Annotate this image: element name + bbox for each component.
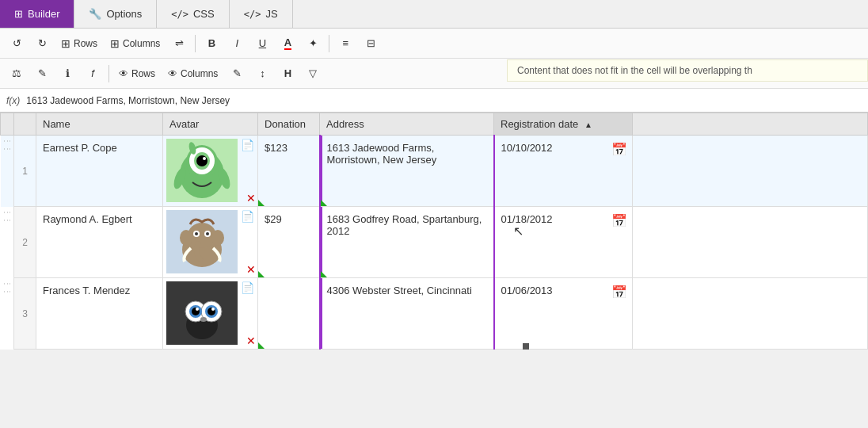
border-button[interactable]: ⊟ <box>359 32 383 55</box>
row-1-address-cell[interactable]: 1613 Jadewood Farms, Morristown, New Jer… <box>320 136 494 207</box>
tab-options-label: Options <box>106 8 142 20</box>
sort-arrow-icon: ▲ <box>584 120 592 129</box>
svg-point-24 <box>196 308 199 311</box>
columns-label: Columns <box>123 38 160 49</box>
row-3-drag-handle[interactable]: ⋮⋮ <box>1 278 14 350</box>
address-col-label: Address <box>326 118 364 130</box>
row-3-date-cell[interactable]: 01/06/2013 📅 <box>494 278 633 350</box>
row-2-addr-green-corner <box>321 271 327 277</box>
func-button[interactable]: f <box>81 63 105 85</box>
row-2-date-cell[interactable]: 01/18/2012 📅 <box>494 207 633 278</box>
bold-button[interactable]: B <box>200 32 223 55</box>
tab-js[interactable]: </> JS <box>230 0 293 28</box>
row-2-donation-cell[interactable]: $29 <box>258 207 320 278</box>
row-3-purple-line <box>321 278 322 349</box>
rows2-button[interactable]: 👁 Rows <box>113 63 161 85</box>
edit2-button[interactable]: ✎ <box>225 63 249 85</box>
rows-button[interactable]: ⊞ Rows <box>55 32 103 55</box>
edit-button[interactable]: ✎ <box>30 63 54 85</box>
undo-button[interactable]: ↺ <box>5 32 29 55</box>
row-3-avatar-cell[interactable]: 📄 <box>163 278 258 350</box>
tab-options[interactable]: 🔧 Options <box>74 0 157 28</box>
sort-button[interactable]: ↕ <box>250 63 274 85</box>
highlight-button[interactable]: ✦ <box>301 32 325 55</box>
row-1-donation-cell[interactable]: $123 <box>258 136 320 207</box>
tooltip-text: Content that does not fit in the cell wi… <box>517 65 752 76</box>
row-1-name-cell[interactable]: Earnest P. Cope <box>36 136 163 207</box>
row-3-calendar-icon[interactable]: 📅 <box>611 285 627 300</box>
tab-css[interactable]: </> CSS <box>157 0 229 28</box>
donation-col-label: Donation <box>265 118 306 130</box>
rows-label: Rows <box>74 38 97 49</box>
scale-button[interactable]: ⚖ <box>5 63 29 85</box>
separator-1 <box>195 35 196 52</box>
row-1-address: 1613 Jadewood Farms, Morristown, New Jer… <box>327 142 437 166</box>
columns2-button[interactable]: 👁 Columns <box>162 63 223 85</box>
avatar-col-label: Avatar <box>169 118 199 130</box>
info-button[interactable]: ℹ <box>55 63 79 85</box>
row-3-address: 4306 Webster Street, Cincinnati <box>327 285 472 296</box>
css-code-icon: </> <box>171 9 188 20</box>
header-button[interactable]: H <box>276 63 299 85</box>
filter-button[interactable]: ▽ <box>301 63 325 85</box>
name-col-label: Name <box>43 118 70 130</box>
row-1-avatar-delete[interactable]: ✕ <box>246 192 256 204</box>
row-3-file-icon: 📄 <box>241 281 254 294</box>
italic-button[interactable]: I <box>225 32 249 55</box>
builder-grid-icon: ⊞ <box>14 8 23 20</box>
row-3-address-cell[interactable]: 4306 Webster Street, Cincinnati <box>320 278 494 350</box>
row-2-calendar-icon[interactable]: 📅 <box>611 213 627 228</box>
align-button[interactable]: ≡ <box>333 32 357 55</box>
row-1-avatar-cell[interactable]: 📄 <box>163 136 258 207</box>
name-col-header[interactable]: Name <box>36 113 163 136</box>
table-row: ⋮⋮ 1 Earnest P. Cope 📄 <box>1 136 868 207</box>
row-2-extra-cell <box>633 207 868 278</box>
row-2-green-corner <box>258 271 265 277</box>
address-col-header[interactable]: Address <box>320 113 494 136</box>
row-2-file-icon: 📄 <box>241 210 254 223</box>
reg-date-col-header[interactable]: Registration date ▲ <box>494 113 633 136</box>
svg-point-26 <box>200 317 207 322</box>
row-3-donation-cell[interactable] <box>258 278 320 350</box>
row-3-name: Frances T. Mendez <box>43 285 130 296</box>
formula-label: f(x) <box>6 95 20 106</box>
row-1-date-cell[interactable]: 10/10/2012 📅 <box>494 136 633 207</box>
row-3-avatar-img <box>166 281 238 345</box>
font-color-button[interactable]: A <box>276 32 299 55</box>
row-1-purple-line <box>321 136 322 206</box>
row-2-date: 01/18/2012 <box>501 213 553 225</box>
columns2-label: Columns <box>181 68 218 79</box>
svg-point-15 <box>180 230 192 246</box>
column-resize-indicator[interactable] <box>523 343 529 350</box>
table-container: Name Avatar Donation Address Registratio… <box>0 113 868 350</box>
columns-button[interactable]: ⊞ Columns <box>105 32 166 55</box>
row-1-calendar-icon[interactable]: 📅 <box>611 142 627 157</box>
tab-builder[interactable]: ⊞ Builder <box>0 0 74 28</box>
num-col-header <box>14 113 36 136</box>
table-row: ⋮⋮ 3 Frances T. Mendez 📄 <box>1 278 868 350</box>
row-1-drag-handle[interactable]: ⋮⋮ <box>1 136 14 207</box>
avatar-col-header[interactable]: Avatar <box>163 113 258 136</box>
row-3-avatar-delete[interactable]: ✕ <box>246 334 256 347</box>
row-1-donation: $123 <box>265 142 287 154</box>
underline-button[interactable]: U <box>250 32 274 55</box>
eye-columns-icon: 👁 <box>168 68 177 79</box>
row-2-avatar-delete[interactable]: ✕ <box>246 263 256 276</box>
row-3-extra-cell <box>633 278 868 350</box>
row-2-address-cell[interactable]: 1683 Godfrey Road, Spartanburg, 2012 <box>320 207 494 278</box>
row-2-drag-handle[interactable]: ⋮⋮ <box>1 207 14 278</box>
row-2-avatar-cell[interactable]: 📄 <box>163 207 258 278</box>
row-3-avatar-svg <box>170 281 234 345</box>
redo-button[interactable]: ↻ <box>30 32 54 55</box>
svg-point-13 <box>195 232 198 235</box>
transfer-button[interactable]: ⇌ <box>167 32 191 55</box>
svg-point-4 <box>196 155 207 166</box>
row-1-num: 1 <box>14 136 36 207</box>
row-2-name-cell[interactable]: Raymond A. Egbert <box>36 207 163 278</box>
row-1-avatar-img <box>166 139 238 202</box>
tab-js-label: JS <box>265 8 277 20</box>
data-table: Name Avatar Donation Address Registratio… <box>0 113 868 350</box>
separator-2 <box>329 35 329 52</box>
donation-col-header[interactable]: Donation <box>258 113 320 136</box>
row-3-name-cell[interactable]: Frances T. Mendez <box>36 278 163 350</box>
